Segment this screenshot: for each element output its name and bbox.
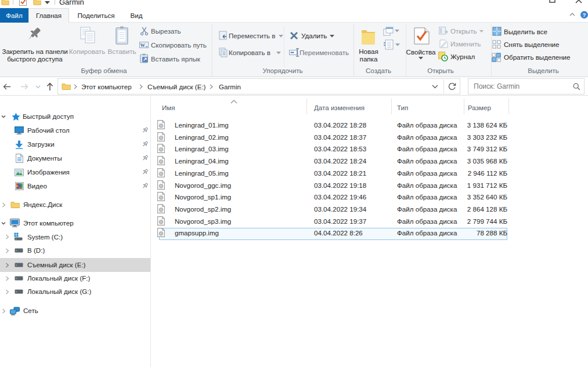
svg-text:W: W [140, 42, 146, 48]
svg-text:?: ? [583, 12, 586, 18]
